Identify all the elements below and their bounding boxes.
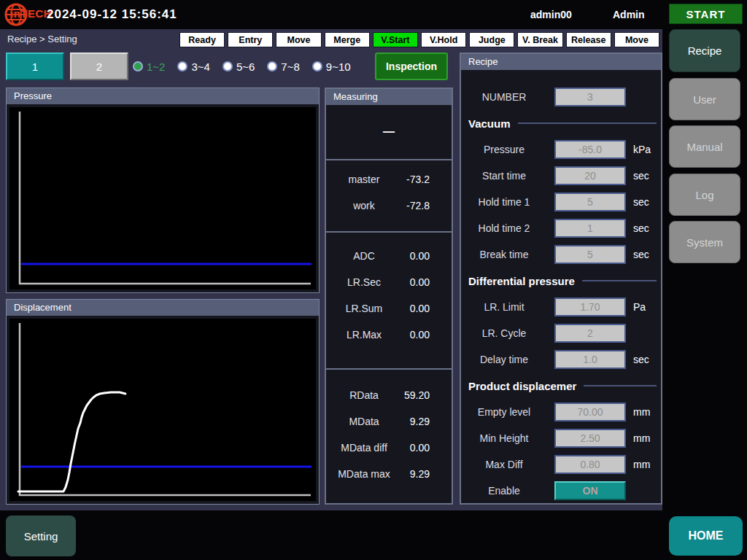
radio-range-5-6[interactable]: 5~6 — [222, 61, 255, 73]
lr-cycle-input[interactable]: 2 — [554, 324, 626, 343]
sidebar: Recipe User Manual Log System — [662, 29, 747, 560]
displacement-curve — [18, 392, 125, 491]
step-move[interactable]: Move — [276, 32, 321, 47]
username: admin00 — [530, 9, 572, 20]
step-v-hold[interactable]: V.Hold — [421, 32, 466, 47]
measuring-row-adc: ADC 0.00 — [326, 250, 452, 266]
pressure-panel: Pressure — [6, 88, 320, 293]
measuring-row-master: master -73.2 — [326, 174, 452, 190]
measuring-row-lr-sum: LR.Sum 0.00 — [326, 303, 452, 319]
tab-2[interactable]: 2 — [70, 52, 128, 80]
delay-time-input[interactable]: 1.0 — [554, 350, 626, 369]
displacement-panel-title: Displacement — [7, 300, 319, 316]
step-judge[interactable]: Judge — [469, 32, 514, 47]
section-vacuum: Vacuum — [468, 117, 657, 130]
top-bar: inTECH 2024-09-12 15:56:41 admin00 Admin… — [0, 0, 747, 29]
inspection-button[interactable]: Inspection — [375, 52, 448, 80]
radio-range-9-10[interactable]: 9~10 — [312, 61, 351, 73]
measuring-status: — — [326, 105, 452, 159]
home-button[interactable]: HOME — [669, 516, 743, 556]
recipe-row-lr-limit: LR. Limit 1.70 Pa — [461, 298, 661, 316]
radio-icon — [312, 61, 322, 71]
radio-icon — [267, 61, 277, 71]
radio-icon — [177, 61, 187, 71]
empty-level-input[interactable]: 70.00 — [554, 402, 626, 421]
step-release[interactable]: Release — [566, 32, 611, 47]
recipe-row-delay-time: Delay time 1.0 sec — [461, 350, 661, 369]
radio-range-3-4[interactable]: 3~4 — [177, 61, 209, 73]
recipe-number-row: NUMBER 3 — [461, 88, 661, 106]
recipe-row-lr-cycle: LR. Cycle 2 — [461, 324, 661, 343]
sidebar-item-system[interactable]: System — [669, 221, 740, 263]
sidebar-item-user[interactable]: User — [669, 78, 740, 120]
min-height-input[interactable]: 2.50 — [554, 429, 626, 448]
pressure-axis — [20, 112, 311, 284]
displacement-panel: Displacement — [6, 299, 320, 505]
measuring-row-mdata-diff: MData diff 0.00 — [326, 442, 452, 458]
start-button[interactable]: START — [669, 4, 743, 24]
breadcrumb: Recipe > Setting — [7, 34, 77, 44]
recipe-panel-title: Recipe — [461, 54, 661, 70]
measuring-row-lr-sec: LR.Sec 0.00 — [326, 276, 452, 292]
process-step-bar: Ready Entry Move Merge V.Start V.Hold Ju… — [179, 32, 659, 47]
hold-time-2-input[interactable]: 1 — [554, 219, 626, 238]
displacement-axis — [20, 323, 311, 495]
recipe-row-enable: Enable ON — [461, 481, 661, 500]
hold-time-1-input[interactable]: 5 — [554, 192, 626, 211]
recipe-row-min-height: Min Height 2.50 mm — [461, 429, 661, 448]
recipe-row-hold-time-1: Hold time 1 5 sec — [461, 192, 661, 211]
step-move-2[interactable]: Move — [614, 32, 659, 47]
main-area: Recipe > Setting Ready Entry Move Merge … — [0, 29, 662, 510]
measuring-row-rdata: RData 59.20 — [326, 389, 452, 405]
radio-range-1-2[interactable]: 1~2 — [133, 61, 165, 73]
step-entry[interactable]: Entry — [228, 32, 273, 47]
user-role: Admin — [613, 9, 645, 20]
recipe-panel: Recipe NUMBER 3 Vacuum Pressure -85.0 kP… — [460, 52, 662, 505]
pressure-input[interactable]: -85.0 — [554, 140, 626, 159]
recipe-row-break-time: Break time 5 sec — [461, 245, 661, 264]
recipe-row-pressure: Pressure -85.0 kPa — [461, 140, 661, 159]
radio-icon — [222, 61, 233, 71]
pressure-chart — [7, 104, 319, 292]
lr-limit-input[interactable]: 1.70 — [554, 298, 626, 316]
max-diff-input[interactable]: 0.80 — [554, 455, 626, 474]
measuring-row-mdata-max: MData max 9.29 — [326, 468, 452, 484]
displacement-chart — [7, 316, 319, 504]
bottom-bar: Setting — [0, 510, 662, 560]
recipe-number-input[interactable]: 3 — [554, 88, 626, 106]
step-merge[interactable]: Merge — [325, 32, 370, 47]
step-v-break[interactable]: V. Break — [517, 32, 562, 47]
start-time-input[interactable]: 20 — [554, 166, 626, 185]
recipe-row-start-time: Start time 20 sec — [461, 166, 661, 185]
intech-logo: inTECH — [10, 7, 52, 20]
recipe-row-hold-time-2: Hold time 2 1 sec — [461, 219, 661, 238]
measuring-row-mdata: MData 9.29 — [326, 416, 452, 432]
range-radio-group: 1~2 3~4 5~6 7~8 9~10 — [133, 52, 351, 80]
timestamp: 2024-09-12 15:56:41 — [47, 7, 177, 22]
sidebar-item-manual[interactable]: Manual — [669, 125, 740, 168]
measuring-panel: Measuring — master -73.2 work -72.8 ADC … — [325, 88, 453, 505]
recipe-row-empty-level: Empty level 70.00 mm — [461, 402, 661, 421]
enable-toggle[interactable]: ON — [554, 481, 626, 500]
radio-range-7-8[interactable]: 7~8 — [267, 61, 299, 73]
tab-1[interactable]: 1 — [6, 52, 64, 80]
sidebar-item-recipe[interactable]: Recipe — [669, 29, 740, 72]
radio-icon — [133, 61, 143, 71]
sidebar-item-log[interactable]: Log — [669, 174, 740, 216]
step-ready[interactable]: Ready — [179, 32, 225, 47]
break-time-input[interactable]: 5 — [554, 245, 626, 264]
measuring-row-lr-max: LR.Max 0.00 — [326, 329, 452, 345]
section-product-displacement: Product displacemer — [468, 379, 657, 392]
measuring-panel-title: Measuring — [326, 89, 452, 105]
measuring-row-work: work -72.8 — [326, 200, 452, 216]
pressure-panel-title: Pressure — [7, 88, 319, 104]
section-differential-pressure: Differential pressure — [468, 274, 657, 287]
recipe-row-max-diff: Max Diff 0.80 mm — [461, 455, 661, 474]
setting-button[interactable]: Setting — [6, 516, 76, 556]
step-v-start[interactable]: V.Start — [373, 32, 418, 47]
